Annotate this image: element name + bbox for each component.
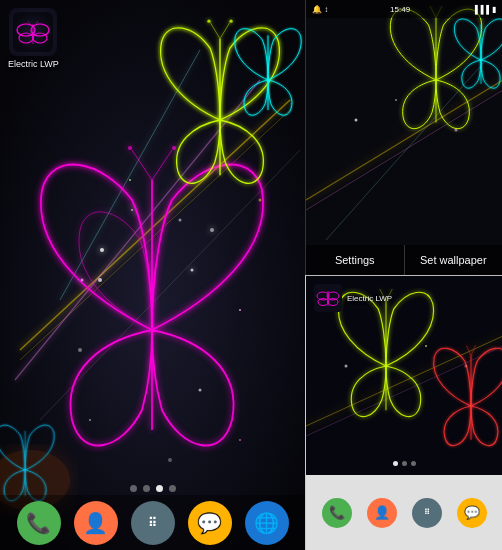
dock-contacts-button[interactable]: 👤	[74, 501, 118, 545]
globe-icon: 🌐	[254, 511, 279, 535]
svg-point-42	[168, 458, 172, 462]
set-wallpaper-button[interactable]: Set wallpaper	[405, 245, 503, 275]
svg-point-20	[128, 146, 132, 150]
dock-apps-button[interactable]: ⠿	[131, 501, 175, 545]
small-dock-messages[interactable]: 💬	[457, 498, 487, 528]
app-icon-area: Electric LWP	[8, 8, 59, 69]
dot-1[interactable]	[130, 485, 137, 492]
signal-icon: ▐▐▐	[472, 5, 489, 14]
status-icons-right: ▐▐▐ ▮	[472, 5, 496, 14]
small-phone-icon: 📞	[329, 505, 345, 520]
svg-point-43	[239, 439, 241, 441]
small-dock-phone[interactable]: 📞	[322, 498, 352, 528]
left-panel: Electric LWP	[0, 0, 305, 550]
svg-point-21	[172, 146, 176, 150]
battery-icon: ▮	[492, 5, 496, 14]
dock-messages-button[interactable]: 💬	[188, 501, 232, 545]
right-panel: 🔔 ↕ 15:49 ▐▐▐ ▮	[305, 0, 502, 550]
settings-button[interactable]: Settings	[306, 245, 405, 275]
right-preview-bg	[306, 0, 502, 275]
app-name-label: Electric LWP	[8, 59, 59, 69]
small-dock-apps[interactable]: ⠿	[412, 498, 442, 528]
svg-point-40	[259, 199, 262, 202]
svg-point-36	[239, 309, 241, 311]
svg-point-22	[100, 248, 104, 252]
svg-point-72	[465, 365, 468, 368]
svg-point-35	[179, 219, 182, 222]
apps-icon: ⠿	[148, 516, 157, 530]
small-dock-contacts[interactable]: 👤	[367, 498, 397, 528]
small-dot-2	[402, 461, 407, 466]
right-bottom-area: Electric LWP	[305, 275, 502, 550]
phone-icon: 📞	[26, 511, 51, 535]
small-dock: 📞 👤 ⠿ 💬	[306, 475, 502, 550]
small-messages-icon: 💬	[464, 505, 480, 520]
svg-point-37	[78, 348, 82, 352]
page-dots	[0, 485, 305, 492]
small-apps-icon: ⠿	[424, 508, 430, 517]
background-glow	[0, 0, 305, 550]
svg-point-38	[199, 389, 202, 392]
svg-point-39	[129, 179, 131, 181]
dot-4[interactable]	[169, 485, 176, 492]
svg-point-25	[210, 228, 214, 232]
status-icons-left: 🔔 ↕	[312, 5, 328, 14]
app-dock: 📞 👤 ⠿ 💬 🌐	[0, 495, 305, 550]
svg-point-24	[131, 209, 133, 211]
status-time: 15:49	[390, 5, 410, 14]
contacts-icon: 👤	[83, 511, 108, 535]
small-page-dots	[306, 461, 502, 466]
dock-browser-button[interactable]: 🌐	[245, 501, 289, 545]
svg-point-52	[355, 119, 358, 122]
dot-2[interactable]	[143, 485, 150, 492]
status-bar: 🔔 ↕ 15:49 ▐▐▐ ▮	[306, 0, 502, 18]
small-app-name: Electric LWP	[347, 294, 392, 303]
svg-point-53	[395, 99, 397, 101]
app-info-overlay: Electric LWP	[314, 284, 392, 312]
small-dot-3	[411, 461, 416, 466]
svg-rect-44	[306, 0, 502, 275]
dock-phone-button[interactable]: 📞	[17, 501, 61, 545]
svg-point-30	[207, 20, 210, 23]
right-top-preview: 🔔 ↕ 15:49 ▐▐▐ ▮	[305, 0, 502, 275]
svg-point-41	[89, 419, 91, 421]
small-app-icon	[314, 284, 342, 312]
svg-point-31	[229, 20, 232, 23]
svg-point-71	[425, 345, 427, 347]
app-preview-thumbnail: Electric LWP	[306, 276, 502, 476]
app-icon	[9, 8, 57, 56]
small-contacts-icon: 👤	[374, 505, 390, 520]
svg-point-34	[98, 278, 102, 282]
svg-point-54	[455, 129, 458, 132]
small-dot-1	[393, 461, 398, 466]
preview-action-buttons: Settings Set wallpaper	[306, 245, 502, 275]
messages-icon: 💬	[197, 511, 222, 535]
svg-point-26	[81, 279, 84, 282]
svg-point-70	[345, 365, 348, 368]
svg-point-23	[191, 269, 194, 272]
dot-3-active[interactable]	[156, 485, 163, 492]
